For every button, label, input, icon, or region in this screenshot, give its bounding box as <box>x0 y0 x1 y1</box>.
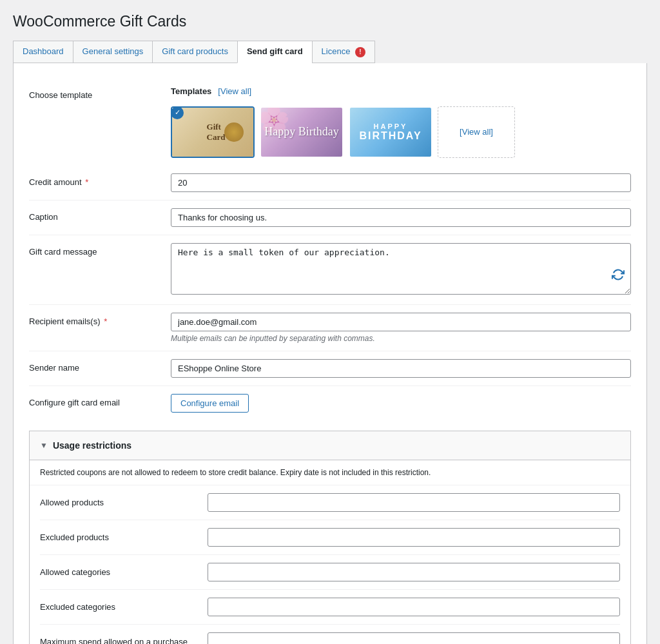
recipient-emails-required: * <box>104 317 107 326</box>
allowed-products-row: Allowed products <box>40 485 620 520</box>
template-card-2[interactable]: Happy Birthday <box>260 106 344 158</box>
allowed-categories-label: Allowed categories <box>40 567 195 577</box>
excluded-categories-label: Excluded categories <box>40 602 195 612</box>
gift-card-message-label: Gift card message <box>29 243 158 257</box>
sender-name-input[interactable] <box>171 359 631 378</box>
excluded-products-input[interactable] <box>208 528 620 547</box>
usage-notice: Restricted coupons are not allowed to re… <box>30 460 630 485</box>
excluded-categories-input[interactable] <box>208 598 620 616</box>
max-spend-input[interactable] <box>208 632 620 644</box>
sender-name-row: Sender name <box>29 351 631 386</box>
template-3-inner: HAPPY BIRTHDAY <box>350 108 431 157</box>
template-check-badge: ✓ <box>171 106 184 119</box>
template-3-subtext: HAPPY <box>374 122 408 130</box>
tab-gift-card-products[interactable]: Gift card products <box>152 41 237 63</box>
max-spend-label: Maximum spend allowed on a purchase <box>40 637 195 644</box>
template-2-inner: Happy Birthday <box>261 108 342 157</box>
credit-amount-label: Credit amount * <box>29 173 158 187</box>
excluded-categories-row: Excluded categories <box>40 590 620 625</box>
tab-general-settings[interactable]: General settings <box>73 41 153 63</box>
credit-amount-row: Credit amount * <box>29 166 631 200</box>
templates-header: Templates [View all] <box>171 86 251 96</box>
credit-amount-required: * <box>85 177 88 187</box>
configure-email-label: Configure gift card email <box>29 394 158 407</box>
usage-header[interactable]: ▼ Usage restrictions <box>30 431 630 460</box>
max-spend-row: Maximum spend allowed on a purchase <box>40 625 620 644</box>
caption-label: Caption <box>29 208 158 222</box>
allowed-products-input[interactable] <box>208 493 620 512</box>
nav-tabs: Dashboard General settings Gift card pro… <box>13 41 647 63</box>
form-section: Choose template Templates [View all] ✓ G… <box>29 79 631 420</box>
allowed-categories-input[interactable] <box>208 563 620 581</box>
sender-name-label: Sender name <box>29 359 158 373</box>
gift-card-message-field: Here is a small token of our appreciatio… <box>171 243 631 297</box>
caption-row: Caption <box>29 200 631 235</box>
view-all-card[interactable]: [View all] <box>438 106 515 158</box>
usage-restrictions-section: ▼ Usage restrictions Restricted coupons … <box>29 431 631 644</box>
main-content: Choose template Templates [View all] ✓ G… <box>13 63 647 644</box>
excluded-products-row: Excluded products <box>40 520 620 555</box>
refresh-icon[interactable] <box>612 268 625 281</box>
caption-field <box>171 208 631 227</box>
allowed-products-label: Allowed products <box>40 498 195 507</box>
credit-amount-input[interactable] <box>171 173 631 192</box>
template-field: Templates [View all] ✓ GiftCard <box>171 86 631 158</box>
textarea-wrapper: Here is a small token of our appreciatio… <box>171 243 631 297</box>
collapse-icon: ▼ <box>40 441 48 450</box>
gift-card-message-textarea[interactable]: Here is a small token of our appreciatio… <box>171 243 631 295</box>
excluded-products-label: Excluded products <box>40 532 195 542</box>
template-2-text: Happy Birthday <box>264 125 338 139</box>
configure-email-button[interactable]: Configure email <box>171 394 249 413</box>
template-label: Choose template <box>29 86 158 100</box>
view-all-card-label: [View all] <box>460 127 493 137</box>
allowed-categories-row: Allowed categories <box>40 555 620 590</box>
tab-send-gift-card[interactable]: Send gift card <box>237 41 312 63</box>
recipient-emails-label: Recipient emails(s) * <box>29 313 158 326</box>
recipient-emails-input[interactable] <box>171 313 631 331</box>
credit-amount-field <box>171 173 631 192</box>
tab-licence[interactable]: Licence ! <box>312 41 375 63</box>
recipient-emails-row: Recipient emails(s) * Multiple emails ca… <box>29 305 631 351</box>
template-1-text: GiftCard <box>200 122 226 142</box>
usage-form: Allowed products Excluded products Allow… <box>30 485 630 644</box>
tab-dashboard[interactable]: Dashboard <box>13 41 73 63</box>
caption-input[interactable] <box>171 208 631 227</box>
template-3-maintext: BIRTHDAY <box>359 130 422 142</box>
licence-badge: ! <box>355 47 365 57</box>
template-card-1[interactable]: ✓ GiftCard <box>171 106 255 158</box>
template-row: Choose template Templates [View all] ✓ G… <box>29 79 631 166</box>
recipient-emails-field: Multiple emails can be inputted by separ… <box>171 313 631 343</box>
configure-email-field: Configure email <box>171 394 631 413</box>
recipient-emails-hint: Multiple emails can be inputted by separ… <box>171 334 631 343</box>
gift-card-message-row: Gift card message Here is a small token … <box>29 235 631 305</box>
template-1-inner: GiftCard <box>172 108 253 157</box>
configure-email-row: Configure gift card email Configure emai… <box>29 386 631 420</box>
templates-grid: ✓ GiftCard Happy Birthday <box>171 106 515 158</box>
usage-header-title: Usage restrictions <box>53 440 131 451</box>
page-title: WooCommerce Gift Cards <box>13 13 647 30</box>
template-card-3[interactable]: HAPPY BIRTHDAY <box>349 106 432 158</box>
sender-name-field <box>171 359 631 378</box>
templates-view-all-link[interactable]: [View all] <box>218 86 251 96</box>
templates-heading: Templates <box>171 86 211 96</box>
